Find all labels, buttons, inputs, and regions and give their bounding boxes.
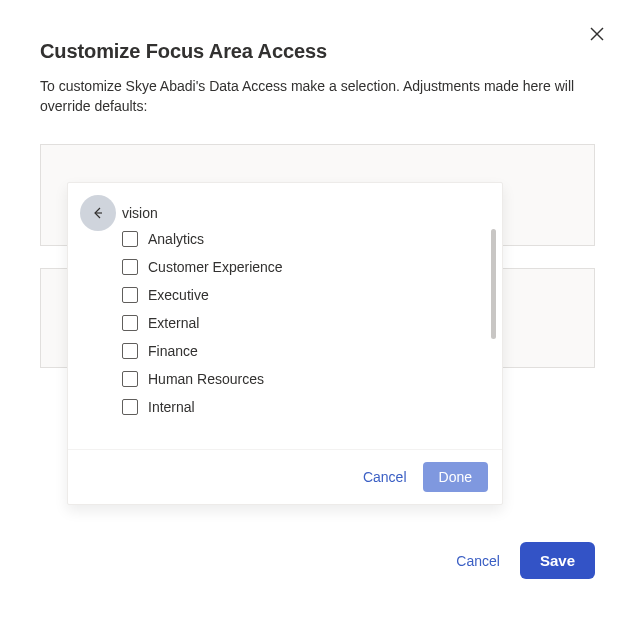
- dialog-title: Customize Focus Area Access: [0, 0, 635, 63]
- popover-body: vision Analytics Customer Experience Exe…: [68, 183, 502, 449]
- option-checkbox[interactable]: [122, 399, 138, 415]
- popover-done-button[interactable]: Done: [423, 462, 488, 492]
- division-popover: vision Analytics Customer Experience Exe…: [67, 182, 503, 505]
- option-internal[interactable]: Internal: [122, 399, 488, 415]
- option-analytics[interactable]: Analytics: [122, 231, 488, 247]
- popover-cancel-button[interactable]: Cancel: [357, 465, 413, 489]
- popover-footer: Cancel Done: [68, 449, 502, 504]
- option-checkbox[interactable]: [122, 287, 138, 303]
- scrollbar-thumb[interactable]: [491, 229, 496, 339]
- dialog-footer: Cancel Save: [450, 542, 595, 579]
- option-label: Finance: [148, 343, 198, 359]
- dialog-save-button[interactable]: Save: [520, 542, 595, 579]
- back-button[interactable]: [80, 195, 116, 231]
- option-checkbox[interactable]: [122, 259, 138, 275]
- option-checkbox[interactable]: [122, 315, 138, 331]
- option-label: Executive: [148, 287, 209, 303]
- close-icon: [590, 27, 604, 41]
- option-checkbox[interactable]: [122, 231, 138, 247]
- option-finance[interactable]: Finance: [122, 343, 488, 359]
- option-label: Human Resources: [148, 371, 264, 387]
- option-external[interactable]: External: [122, 315, 488, 331]
- option-checkbox[interactable]: [122, 371, 138, 387]
- option-label: External: [148, 315, 199, 331]
- close-button[interactable]: [587, 24, 607, 44]
- option-human-resources[interactable]: Human Resources: [122, 371, 488, 387]
- option-label: Internal: [148, 399, 195, 415]
- group-label: vision: [82, 199, 488, 221]
- option-checkbox[interactable]: [122, 343, 138, 359]
- arrow-left-icon: [91, 206, 105, 220]
- option-customer-experience[interactable]: Customer Experience: [122, 259, 488, 275]
- option-label: Analytics: [148, 231, 204, 247]
- dialog-cancel-button[interactable]: Cancel: [450, 549, 506, 573]
- options-list: Analytics Customer Experience Executive …: [82, 231, 488, 415]
- dialog-subtitle: To customize Skye Abadi's Data Access ma…: [0, 63, 635, 116]
- dialog-customize-focus-area: Customize Focus Area Access To customize…: [0, 0, 635, 625]
- option-label: Customer Experience: [148, 259, 283, 275]
- option-executive[interactable]: Executive: [122, 287, 488, 303]
